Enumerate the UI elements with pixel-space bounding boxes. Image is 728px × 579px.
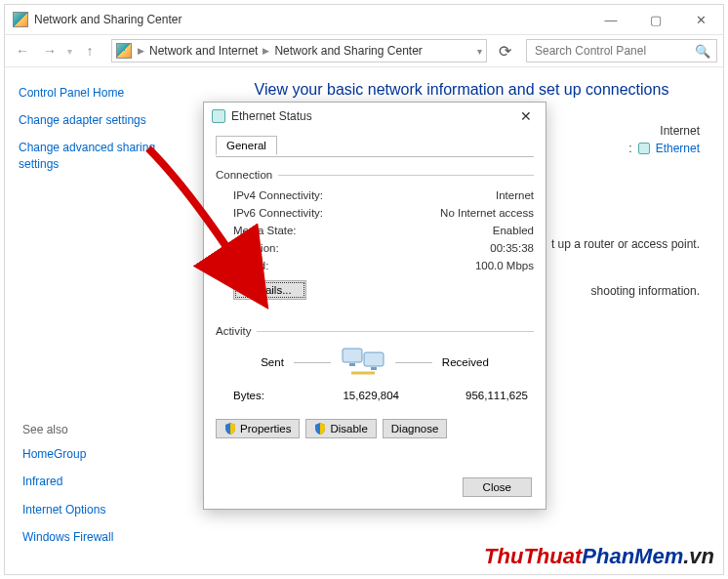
speed-label: Speed: [233, 260, 475, 271]
close-dialog-button[interactable]: Close [463, 477, 532, 497]
sent-label: Sent [261, 356, 284, 368]
search-icon: 🔍 [695, 44, 710, 59]
control-panel-icon [13, 12, 28, 27]
see-also-homegroup[interactable]: HomeGroup [22, 446, 198, 462]
ipv4-label: IPv4 Connectivity: [233, 189, 496, 201]
forward-button[interactable]: → [38, 39, 61, 62]
details-button[interactable]: Details... [233, 280, 306, 300]
sidebar-link-adapter[interactable]: Change adapter settings [19, 112, 186, 128]
disable-button[interactable]: Disable [305, 419, 376, 438]
ethernet-icon [212, 109, 225, 123]
bytes-label: Bytes: [233, 390, 292, 401]
svg-rect-1 [364, 352, 384, 366]
properties-button[interactable]: Properties [216, 419, 300, 438]
shield-icon [314, 423, 326, 434]
dialog-title: Ethernet Status [231, 109, 512, 123]
maximize-button[interactable]: ▢ [633, 5, 678, 34]
bytes-sent-value: 15,629,804 [292, 390, 399, 401]
see-also-infrared[interactable]: Infrared [22, 474, 198, 489]
text-fragment: shooting information. [591, 284, 700, 298]
dialog-titlebar: Ethernet Status ✕ [204, 103, 546, 130]
chevron-right-icon: ▶ [263, 46, 269, 56]
sidebar-link-advanced-sharing[interactable]: Change advanced sharing settings [19, 140, 186, 171]
chevron-right-icon: ▶ [138, 46, 144, 56]
search-box[interactable]: 🔍 [526, 39, 717, 62]
svg-rect-3 [371, 367, 377, 370]
ethernet-link[interactable]: Ethernet [656, 142, 700, 155]
computers-icon [341, 345, 385, 380]
window-title: Network and Sharing Center [34, 13, 588, 26]
page-title: View your basic network information and … [223, 81, 700, 99]
received-label: Received [442, 356, 489, 368]
duration-label: Duration: [233, 242, 490, 254]
ethernet-status-dialog: Ethernet Status ✕ General Connection IPv… [203, 102, 546, 510]
see-also-internet-options[interactable]: Internet Options [22, 502, 198, 517]
active-networks-fragment: Internet : Ethernet [628, 124, 700, 155]
media-state-value: Enabled [493, 225, 534, 236]
connection-group-label: Connection [216, 169, 272, 181]
titlebar: Network and Sharing Center — ▢ ✕ [5, 5, 723, 34]
see-also-heading: See also [22, 423, 198, 436]
toolbar: ← → ▾ ↑ ▶ Network and Internet ▶ Network… [5, 34, 723, 67]
search-input[interactable] [533, 43, 695, 59]
bytes-received-value: 956,111,625 [444, 390, 534, 401]
ipv4-value: Internet [496, 189, 534, 201]
ipv6-label: IPv6 Connectivity: [233, 207, 440, 219]
breadcrumb[interactable]: Network and Internet [146, 42, 261, 60]
diagnose-button[interactable]: Diagnose [383, 419, 448, 438]
duration-value: 00:35:38 [490, 242, 534, 254]
address-dropdown-button[interactable]: ▾ [477, 46, 482, 57]
shield-icon [224, 423, 236, 434]
svg-rect-0 [343, 349, 362, 362]
control-panel-home-link[interactable]: Control Panel Home [19, 85, 186, 101]
control-panel-icon [116, 43, 132, 59]
internet-label: Internet [628, 124, 700, 138]
back-button[interactable]: ← [11, 39, 34, 62]
dialog-close-button[interactable]: ✕ [512, 105, 540, 127]
activity-group-label: Activity [216, 325, 251, 337]
watermark: ThuThuatPhanMem.vn [484, 544, 714, 569]
see-also-windows-firewall[interactable]: Windows Firewall [22, 529, 198, 545]
address-bar[interactable]: ▶ Network and Internet ▶ Network and Sha… [111, 39, 487, 62]
media-state-label: Media State: [233, 225, 493, 236]
refresh-button[interactable]: ⟳ [493, 39, 516, 62]
ethernet-icon [638, 143, 650, 154]
breadcrumb[interactable]: Network and Sharing Center [271, 42, 425, 60]
tab-general[interactable]: General [216, 136, 277, 155]
text-fragment: t up a router or access point. [551, 237, 700, 251]
tab-strip: General [216, 136, 534, 157]
svg-rect-2 [349, 363, 355, 366]
recent-locations-button[interactable]: ▾ [65, 46, 74, 57]
ipv6-value: No Internet access [440, 207, 534, 219]
up-button[interactable]: ↑ [78, 39, 101, 62]
speed-value: 100.0 Mbps [475, 260, 534, 271]
close-button[interactable]: ✕ [678, 5, 723, 34]
minimize-button[interactable]: — [588, 5, 633, 34]
sidebar: Control Panel Home Change adapter settin… [5, 67, 200, 574]
